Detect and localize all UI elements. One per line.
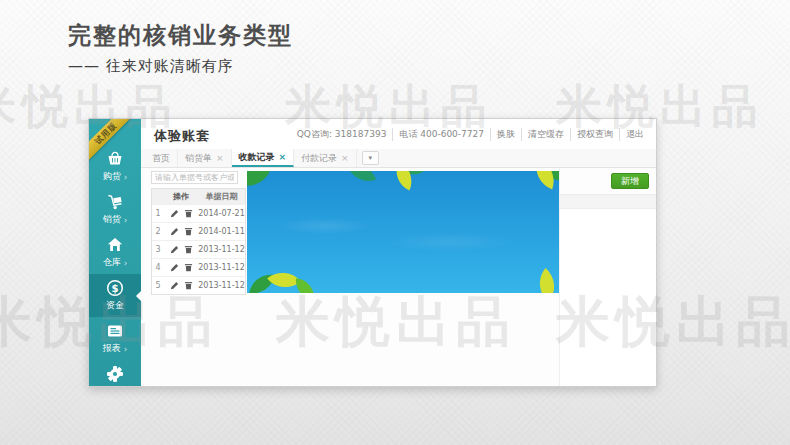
detail-panel-toolbar: 新增: [560, 168, 656, 194]
clear-cache-link[interactable]: 清空缓存: [522, 128, 571, 141]
table-row[interactable]: 4 2013-11-12: [152, 258, 245, 276]
detail-panel: 新增: [559, 168, 656, 386]
gear-icon: [106, 365, 124, 383]
delete-icon[interactable]: [184, 227, 193, 236]
close-icon[interactable]: [337, 153, 349, 163]
sidebar-item-settings[interactable]: 设置: [89, 360, 141, 387]
change-skin-link[interactable]: 换肤: [491, 128, 522, 141]
chevron-right-icon: [121, 387, 128, 388]
close-icon[interactable]: [275, 152, 287, 162]
table-row[interactable]: 3 2013-11-12: [152, 240, 245, 258]
detail-panel-header-strip: [560, 194, 656, 209]
warehouse-icon: [106, 236, 124, 254]
table-row[interactable]: 5 2013-11-12: [152, 276, 245, 294]
tab-receipt-records[interactable]: 收款记录: [232, 149, 295, 167]
delete-icon[interactable]: [184, 281, 193, 290]
chevron-right-icon: [121, 215, 128, 225]
svg-text:$: $: [112, 283, 119, 294]
edit-icon[interactable]: [170, 245, 179, 254]
edit-icon[interactable]: [170, 263, 179, 272]
content-area: 操作 单据日期 1 2014-07-21 2: [141, 168, 656, 386]
promo-banner: [247, 171, 559, 293]
leaf-icon: [294, 278, 316, 293]
tab-bar: 首页 销货单 收款记录 付款记录: [141, 149, 656, 168]
tab-dropdown-button[interactable]: [362, 151, 379, 165]
delete-icon[interactable]: [184, 209, 193, 218]
edit-icon[interactable]: [170, 209, 179, 218]
close-icon[interactable]: [212, 153, 224, 163]
chevron-right-icon: [121, 344, 128, 354]
table-header: 操作 单据日期: [152, 189, 245, 204]
account-set-title: 体验账套: [154, 127, 210, 145]
edit-icon[interactable]: [170, 281, 179, 290]
delete-icon[interactable]: [184, 245, 193, 254]
sidebar-item-funds[interactable]: $ 资金: [89, 274, 141, 317]
sidebar-item-sales[interactable]: 销货: [89, 188, 141, 231]
cart-icon: [106, 150, 124, 168]
tab-payment-records[interactable]: 付款记录: [294, 149, 357, 167]
page-title: 完整的核销业务类型: [68, 20, 293, 51]
main-area: 体验账套 QQ咨询: 318187393 电话 400-600-7727 换肤 …: [141, 119, 656, 386]
table-row[interactable]: 2 2014-01-11: [152, 222, 245, 240]
trolley-icon: [106, 193, 124, 211]
records-table: 操作 单据日期 1 2014-07-21 2: [151, 188, 246, 295]
table-row[interactable]: 1 2014-07-21: [152, 204, 245, 222]
page-subtitle: —— 往来对账清晰有序: [68, 57, 234, 76]
marketing-slide: 完整的核销业务类型 —— 往来对账清晰有序 米悦出品 米悦出品 米悦出品 米悦出…: [0, 0, 790, 445]
leaf-icon: [348, 171, 376, 187]
license-query-link[interactable]: 授权查询: [571, 128, 620, 141]
edit-icon[interactable]: [170, 227, 179, 236]
search-input[interactable]: [151, 171, 238, 184]
sidebar: 购货 销货 仓库 $ 资: [89, 119, 141, 386]
funds-icon: $: [106, 279, 124, 297]
qq-contact-link[interactable]: QQ咨询: 318187393: [291, 128, 394, 141]
tab-home[interactable]: 首页: [145, 149, 178, 167]
logout-link[interactable]: 退出: [620, 128, 650, 141]
app-window: 购货 销货 仓库 $ 资: [88, 118, 657, 387]
delete-icon[interactable]: [184, 263, 193, 272]
sidebar-item-reports[interactable]: 报表: [89, 317, 141, 360]
window-header: 体验账套 QQ咨询: 318187393 电话 400-600-7727 换肤 …: [141, 119, 656, 150]
add-button[interactable]: 新增: [611, 173, 649, 189]
phone-link[interactable]: 电话 400-600-7727: [393, 128, 491, 141]
tab-sales-order[interactable]: 销货单: [178, 149, 232, 167]
chevron-right-icon: [121, 258, 128, 268]
leaf-icon: [530, 268, 559, 293]
report-icon: [106, 322, 124, 340]
leaf-icon: [247, 171, 270, 194]
chevron-right-icon: [121, 172, 128, 182]
header-links: QQ咨询: 318187393 电话 400-600-7727 换肤 清空缓存 …: [291, 128, 650, 141]
sidebar-item-warehouse[interactable]: 仓库: [89, 231, 141, 274]
